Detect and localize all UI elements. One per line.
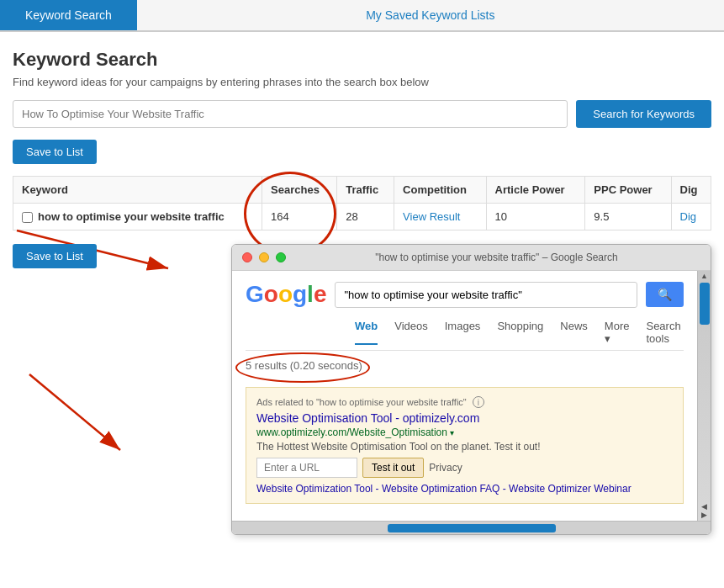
search-input[interactable] — [13, 100, 568, 128]
cell-searches: 164 — [262, 204, 337, 230]
ad-label: Ads related to "how to optimise your web… — [256, 396, 673, 408]
browser-titlebar: "how to optimise your website traffic" –… — [232, 245, 711, 271]
ad-privacy-link[interactable]: Privacy — [429, 462, 462, 474]
browser-title: "how to optimise your website traffic" –… — [293, 252, 700, 263]
search-row: Search for Keywords — [13, 100, 711, 128]
ad-sitelinks: Website Optimization Tool - Website Opti… — [256, 483, 673, 495]
google-nav-more[interactable]: More ▾ — [605, 320, 630, 345]
google-nav-shopping[interactable]: Shopping — [497, 320, 543, 345]
save-to-list-button-top[interactable]: Save to List — [13, 140, 97, 164]
col-header-keyword: Keyword — [13, 177, 262, 204]
col-header-article-power: Article Power — [486, 177, 585, 204]
google-search-input[interactable] — [335, 282, 637, 308]
col-header-competition: Competition — [394, 177, 487, 204]
cell-article-power: 10 — [486, 204, 585, 230]
main-content: Keyword Search Find keyword ideas for yo… — [0, 32, 724, 552]
tab-saved-keyword-lists[interactable]: My Saved Keyword Lists — [137, 0, 724, 30]
cell-competition: View Result — [394, 204, 487, 230]
scrollbar[interactable]: ▲ ◀ ▶ — [697, 271, 711, 521]
page-subtitle: Find keyword ideas for your campaigns by… — [13, 76, 711, 88]
view-result-link[interactable]: View Result — [403, 210, 460, 223]
scroll-right-arrow[interactable]: ▶ — [701, 511, 707, 519]
dig-link[interactable]: Dig — [680, 210, 697, 223]
scroll-thumb[interactable] — [700, 283, 710, 325]
scroll-up-arrow[interactable]: ▲ — [700, 273, 708, 280]
horizontal-scrollbar[interactable] — [232, 521, 711, 534]
ad-url-input[interactable] — [256, 458, 357, 478]
google-nav: Web Videos Images Shopping News More ▾ S… — [246, 320, 684, 351]
google-content: Google 🔍 Web Videos Images Shopping News — [232, 271, 697, 521]
browser-window: "how to optimise your website traffic" –… — [231, 244, 711, 535]
cell-dig: Dig — [671, 204, 711, 230]
browser-content-area: Google 🔍 Web Videos Images Shopping News — [232, 271, 711, 521]
svg-line-3 — [29, 374, 120, 450]
results-table-wrapper: Keyword Searches Traffic Competition Art… — [13, 176, 711, 230]
ad-block: Ads related to "how to optimise your web… — [246, 387, 684, 504]
dropdown-icon: ▾ — [450, 428, 454, 437]
google-arrow-annotation — [21, 366, 130, 469]
google-nav-images[interactable]: Images — [445, 320, 481, 345]
traffic-light-yellow — [259, 252, 269, 262]
info-icon: i — [473, 396, 484, 408]
traffic-light-red — [242, 252, 252, 262]
google-arrow-svg — [21, 366, 130, 467]
tab-bar: Keyword Search My Saved Keyword Lists — [0, 0, 724, 32]
ad-cta-button[interactable]: Test it out — [362, 458, 424, 478]
save-to-list-button-bottom[interactable]: Save to List — [13, 244, 97, 268]
col-header-searches: Searches — [262, 177, 337, 204]
row-checkbox[interactable] — [22, 212, 33, 223]
col-header-ppc-power: PPC Power — [585, 177, 671, 204]
col-header-dig: Dig — [671, 177, 711, 204]
results-count: 5 results (0.20 seconds) — [246, 359, 362, 372]
google-search-button[interactable]: 🔍 — [646, 282, 684, 307]
results-table: Keyword Searches Traffic Competition Art… — [13, 176, 711, 230]
tab-keyword-search[interactable]: Keyword Search — [0, 0, 137, 30]
ad-desc: The Hottest Website Optimisation Tool on… — [256, 441, 673, 453]
ad-url: www.optimizely.com/Website_Optimisation … — [256, 426, 673, 438]
cell-ppc-power: 9.5 — [585, 204, 671, 230]
traffic-light-green — [276, 252, 286, 262]
scroll-left-arrow[interactable]: ◀ — [701, 502, 707, 511]
table-row: how to optimise your website traffic 164… — [13, 204, 711, 230]
google-nav-web[interactable]: Web — [355, 320, 378, 345]
google-nav-videos[interactable]: Videos — [394, 320, 428, 345]
horizontal-scroll-thumb[interactable] — [388, 524, 556, 532]
cell-traffic: 28 — [337, 204, 394, 230]
search-button[interactable]: Search for Keywords — [576, 100, 711, 128]
col-header-traffic: Traffic — [337, 177, 394, 204]
cell-keyword: how to optimise your website traffic — [13, 204, 262, 230]
ad-input-row: Test it out Privacy — [256, 458, 673, 478]
google-logo: Google — [246, 281, 326, 308]
google-nav-news[interactable]: News — [560, 320, 588, 345]
page-title: Keyword Search — [13, 49, 711, 71]
google-search-row: Google 🔍 — [246, 281, 684, 308]
results-count-wrapper: 5 results (0.20 seconds) — [246, 359, 362, 379]
browser-window-container: "how to optimise your website traffic" –… — [130, 244, 711, 535]
google-nav-search-tools[interactable]: Search tools — [646, 320, 684, 345]
ad-link[interactable]: Website Optimisation Tool - optimizely.c… — [256, 411, 673, 425]
